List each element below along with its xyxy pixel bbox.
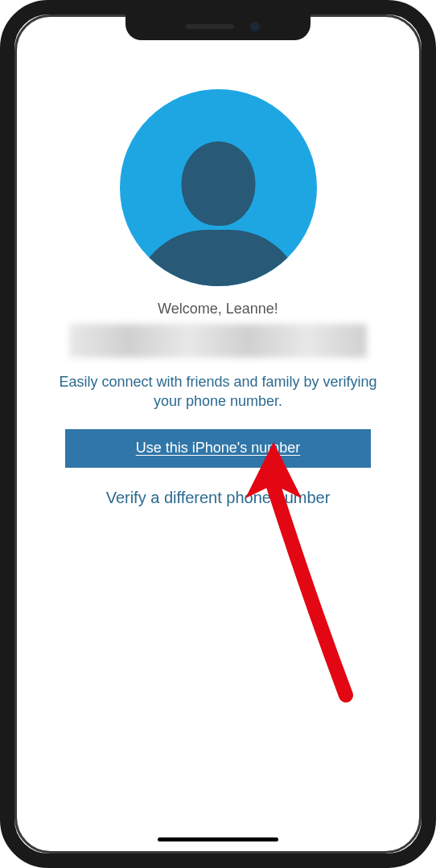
phone-screen: Welcome, Leanne! Easily connect with fri…	[17, 17, 419, 851]
volume-down-button	[0, 229, 2, 284]
volume-up-button	[0, 161, 2, 215]
verify-instruction: Easily connect with friends and family b…	[41, 372, 395, 411]
onboarding-content: Welcome, Leanne! Easily connect with fri…	[17, 17, 419, 507]
use-this-number-button[interactable]: Use this iPhone's number	[65, 429, 371, 468]
person-silhouette-icon	[120, 97, 317, 286]
home-indicator[interactable]	[158, 837, 278, 841]
welcome-greeting: Welcome, Leanne!	[158, 301, 278, 317]
mute-switch	[0, 104, 2, 135]
verify-different-number-link[interactable]: Verify a different phone number	[106, 489, 331, 507]
phone-notch	[125, 14, 311, 40]
redacted-email	[69, 324, 367, 358]
avatar-placeholder	[120, 89, 317, 286]
